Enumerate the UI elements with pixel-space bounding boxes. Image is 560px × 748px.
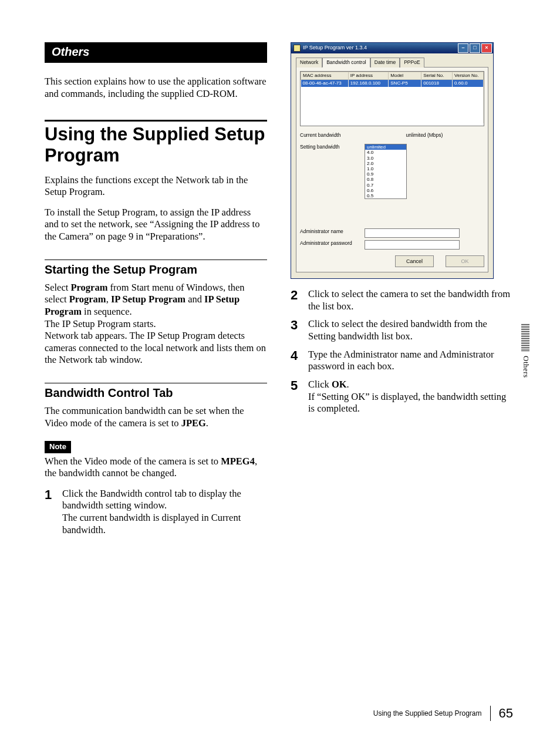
main-paragraph-2: To install the Setup Program, to assign … <box>45 207 267 243</box>
bw-option[interactable]: 0.5 <box>365 193 406 198</box>
current-bandwidth-label: Current bandwidth <box>300 132 365 139</box>
step-body: Type the Administrator name and Administ… <box>308 349 513 373</box>
section-header-bar: Others <box>45 42 267 63</box>
table-header-row: MAC address IP address Model Serial No. … <box>301 72 484 79</box>
step-body: Click the Bandwidth control tab to displ… <box>62 488 267 537</box>
step-number: 3 <box>291 318 308 332</box>
cancel-button[interactable]: Cancel <box>395 255 434 267</box>
note-paragraph: When the Video mode of the camera is set… <box>45 456 267 480</box>
bw-paragraph-1: The communication bandwidth can be set w… <box>45 405 267 429</box>
col-version[interactable]: Version No. <box>453 72 484 79</box>
start-paragraph-1: Select Program from Start menu of Window… <box>45 282 267 366</box>
bw-option[interactable]: 0.8 <box>365 177 406 182</box>
bw-option[interactable]: 1.0 <box>365 166 406 171</box>
side-tab-label: Others <box>521 356 531 378</box>
step-5: 5 Click OK. If “Setting OK” is displayed… <box>291 379 513 415</box>
bw-option[interactable]: 0.9 <box>365 171 406 177</box>
tab-strip: Network Bandwidth control Date time PPPo… <box>296 57 488 67</box>
tab-bandwidth-control[interactable]: Bandwidth control <box>322 58 370 68</box>
col-serial[interactable]: Serial No. <box>421 72 453 79</box>
setting-bandwidth-listbox[interactable]: unlimited 4.0 3.0 2.0 1.0 0.9 0.8 0.7 0.… <box>365 144 407 199</box>
col-mac[interactable]: MAC address <box>301 72 349 79</box>
step-body: Click to select the camera to set the ba… <box>308 288 513 312</box>
ok-button[interactable]: OK <box>446 255 484 267</box>
tab-network[interactable]: Network <box>296 58 322 68</box>
side-tab-hatch-icon <box>521 323 529 351</box>
col-model[interactable]: Model <box>389 72 421 79</box>
step-body: Click to select the desired bandwidth fr… <box>308 318 513 342</box>
main-paragraph-1: Explains the functions except the Networ… <box>45 174 267 198</box>
step-number: 1 <box>45 488 62 501</box>
device-row[interactable]: 08-00-46-ac-47-73 192.168.0.100 SNC-P5 0… <box>301 79 484 87</box>
setting-bandwidth-label: Setting bandwidth <box>300 144 365 150</box>
h2-starting: Starting the Setup Program <box>45 260 267 277</box>
note-label: Note <box>45 441 71 453</box>
bw-option[interactable]: 2.0 <box>365 161 406 166</box>
page-number: 65 <box>499 706 513 721</box>
bw-option[interactable]: 0.6 <box>365 188 406 193</box>
window-title: IP Setup Program ver 1.3.4 <box>303 45 367 51</box>
step-2: 2 Click to select the camera to set the … <box>291 288 513 312</box>
step-4: 4 Type the Administrator name and Admini… <box>291 349 513 373</box>
minimize-button[interactable]: – <box>458 43 468 53</box>
admin-password-label: Administrator password <box>300 240 365 247</box>
bw-option[interactable]: unlimited <box>365 144 406 150</box>
admin-name-label: Administrator name <box>300 228 365 235</box>
maximize-button[interactable]: □ <box>470 43 480 53</box>
step-number: 4 <box>291 349 308 362</box>
step-number: 2 <box>291 288 308 302</box>
main-title: Using the Supplied Setup Program <box>45 124 267 166</box>
close-button[interactable]: × <box>481 43 492 53</box>
h2-bandwidth: Bandwidth Control Tab <box>45 383 267 400</box>
app-icon <box>294 45 301 52</box>
admin-password-input[interactable] <box>365 240 460 250</box>
tab-panel: MAC address IP address Model Serial No. … <box>296 67 488 273</box>
intro-paragraph: This section explains how to use the app… <box>45 76 267 100</box>
title-rule <box>45 120 267 124</box>
window-titlebar[interactable]: IP Setup Program ver 1.3.4 – □ × <box>291 43 493 53</box>
col-ip[interactable]: IP address <box>348 72 388 79</box>
page-footer: Using the Supplied Setup Program 65 <box>373 706 513 721</box>
side-section-tab: Others <box>521 323 532 378</box>
admin-name-input[interactable] <box>365 228 460 238</box>
step-number: 5 <box>291 379 308 392</box>
step-1: 1 Click the Bandwidth control tab to dis… <box>45 488 267 537</box>
bw-option[interactable]: 0.7 <box>365 183 406 188</box>
tab-pppoe[interactable]: PPPoE <box>400 58 424 68</box>
footer-title: Using the Supplied Setup Program <box>373 709 482 717</box>
current-bandwidth-value: unlimited (Mbps) <box>365 132 484 139</box>
bw-option[interactable]: 4.0 <box>365 150 406 155</box>
step-body: Click OK. If “Setting OK” is displayed, … <box>308 379 513 415</box>
ip-setup-window: IP Setup Program ver 1.3.4 – □ × Network… <box>291 42 494 279</box>
footer-divider <box>490 706 491 721</box>
device-list[interactable]: MAC address IP address Model Serial No. … <box>300 71 484 126</box>
bw-option[interactable]: 3.0 <box>365 156 406 161</box>
step-3: 3 Click to select the desired bandwidth … <box>291 318 513 342</box>
tab-date-time[interactable]: Date time <box>370 58 400 68</box>
